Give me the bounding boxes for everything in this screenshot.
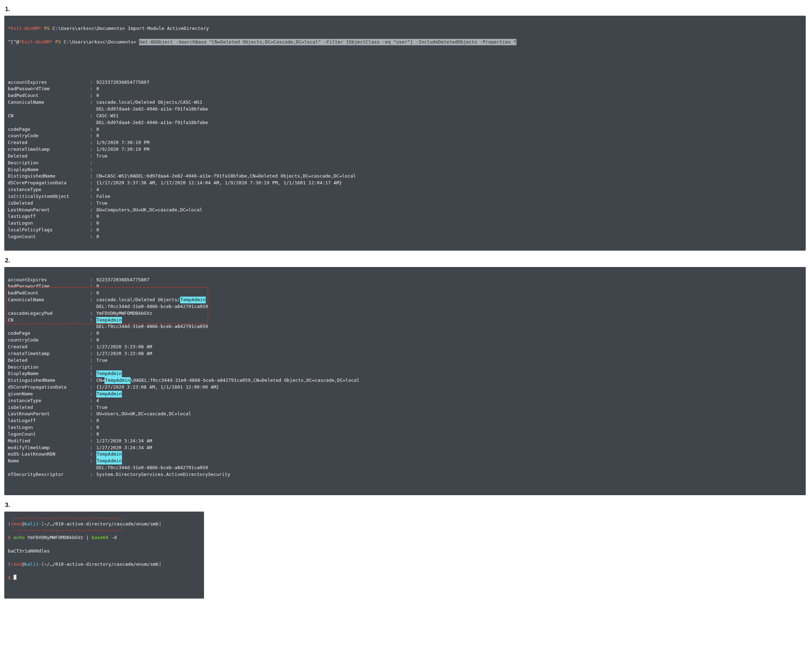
output-row: DisplayName:	[8, 167, 802, 173]
colon-sep: :	[90, 277, 96, 283]
output-row: logonCount: 0	[8, 431, 802, 438]
output-key: DistinguishedName	[8, 377, 90, 384]
highlighted-value: TempAdmin	[96, 458, 122, 465]
colon-sep: :	[90, 411, 96, 418]
output-value: 1/27/2020 3:24:34 AM	[96, 445, 152, 451]
output-key: DisplayName	[8, 167, 90, 173]
output-key: DistinguishedName	[8, 173, 90, 180]
colon-sep: :	[90, 350, 96, 357]
output-key: Description	[8, 160, 90, 167]
colon-sep: :	[90, 391, 96, 397]
output-key: instanceType	[8, 397, 90, 404]
colon-sep: :	[90, 207, 96, 214]
colon-sep: :	[90, 330, 96, 337]
output-value: CN=CASC-WS1\0ADEL:6d97daa4-2e82-4946-a11…	[96, 173, 356, 180]
terminal-panel-3: (root@kali)-[~/…/010-active-directory/ca…	[4, 512, 204, 599]
output-key: Name	[8, 458, 90, 465]
pipe-char: |	[86, 534, 92, 541]
output-key: CN	[8, 113, 90, 120]
colon-sep: :	[90, 79, 96, 86]
output-value: 1/27/2020 3:23:08 AM	[96, 350, 152, 357]
output-value: 0	[96, 424, 99, 431]
kali-prompt-line-2: (root@kali)-[~/…/010-active-directory/ca…	[8, 561, 201, 568]
output-value: {1/27/2020 3:23:08 AM, 1/1/1601 12:00:00…	[96, 384, 219, 391]
blank-line	[8, 52, 802, 59]
output-key: codePage	[8, 330, 90, 337]
command-text: Import-Module ActiveDirectory	[128, 25, 209, 32]
output-key: Description	[8, 364, 90, 371]
colon-sep: :	[90, 167, 96, 173]
colon-sep: :	[90, 99, 96, 106]
paren-close-bracket: )-[	[35, 521, 44, 528]
output-row: Deleted: True	[8, 357, 802, 364]
output-row: DEL:6d97daa4-2e82-4946-a11e-f91fa18bfabe	[8, 120, 802, 126]
colon-sep: :	[90, 126, 96, 133]
output-key: modifyTimeStamp	[8, 445, 90, 451]
output-value: 0	[96, 92, 99, 99]
colon-sep: :	[90, 424, 96, 431]
colon-sep: :	[90, 133, 96, 140]
ps-tag: PS	[41, 25, 52, 32]
highlighted-value: TempAdmin	[96, 317, 122, 324]
kali-prompt-line-1: (root@kali)-[~/…/010-active-directory/ca…	[8, 521, 201, 528]
output-row: Name: TempAdmin	[8, 458, 802, 465]
evil-winrm-tag: *Evil-WinRM*	[8, 25, 41, 32]
output-key: Modified	[8, 438, 90, 445]
output-key: createTimeStamp	[8, 350, 90, 357]
output-key: localPolicyFlags	[8, 227, 90, 234]
highlighted-value: TempAdmin	[105, 377, 130, 384]
output-value: 4	[96, 187, 99, 193]
output-key: badPasswordTime	[8, 283, 90, 290]
output-key: isDeleted	[8, 200, 90, 207]
output-row: CN: CASC-WS1	[8, 113, 802, 120]
output-row: dSCorePropagationData: {1/27/2020 3:23:0…	[8, 384, 802, 391]
output-key: countryCode	[8, 133, 90, 140]
kali-path: ~/…/010-active-directory/cascade/enum/sm…	[44, 561, 159, 568]
prompt-path: C:\Users\arksvc\Documents>	[64, 39, 139, 45]
output-row: badPwdCount: 0	[8, 92, 802, 99]
output-value: True	[96, 153, 107, 160]
output-value: System.DirectoryServices.ActiveDirectory…	[96, 471, 230, 478]
colon-sep: :	[90, 173, 96, 180]
output-key: codePage	[8, 126, 90, 133]
output-value-post: \0ADEL:f0cc344d-31e0-4866-bceb-a842791ca…	[130, 377, 359, 384]
decoded-output: baCT3r1aN00dles	[8, 548, 201, 555]
colon-sep: :	[90, 86, 96, 92]
output-row: codePage: 0	[8, 126, 802, 133]
cursor-icon	[14, 575, 17, 580]
output-key: Created	[8, 344, 90, 350]
evil-winrm-tag: *Evil-WinRM*	[19, 39, 52, 45]
output-row: lastLogoff: 0	[8, 213, 802, 220]
colon-sep: :	[90, 180, 96, 187]
output-row: CN: TempAdmin	[8, 317, 802, 324]
output-value: 0	[96, 213, 99, 220]
output-row: badPasswordTime: 0	[8, 283, 802, 290]
colon-sep: :	[90, 160, 96, 167]
output-row: logonCount: 0	[8, 234, 802, 240]
output-key: badPasswordTime	[8, 86, 90, 92]
output-continuation: DEL:6d97daa4-2e82-4946-a11e-f91fa18bfabe	[96, 106, 208, 113]
colon-sep: :	[90, 187, 96, 193]
output-row: DEL:f0cc344d-31e0-4866-bceb-a842791ca059	[8, 465, 802, 471]
output-key: CanonicalName	[8, 296, 90, 303]
kali-user: root	[11, 521, 22, 528]
output-key: createTimeStamp	[8, 146, 90, 153]
output-key: givenName	[8, 391, 90, 397]
decoded-text: baCT3r1aN00dles	[8, 548, 50, 555]
output-key: countryCode	[8, 337, 90, 344]
colon-sep: :	[90, 92, 96, 99]
colon-sep: :	[90, 384, 96, 391]
output-rows-panel-2: accountExpires: 9223372036854775807badPa…	[8, 277, 802, 478]
output-key: dSCorePropagationData	[8, 384, 90, 391]
output-row: cascadeLegacyPwd: YmFDVDNyMWFOMDBkbGVz	[8, 310, 802, 317]
terminal-panel-1: *Evil-WinRM* PS C:\Users\arksvc\Document…	[4, 16, 806, 251]
colon-sep: :	[90, 317, 96, 324]
colon-sep: :	[90, 310, 96, 317]
colon-sep: :	[90, 113, 96, 120]
highlighted-value: TempAdmin	[96, 371, 122, 377]
colon-sep: :	[90, 234, 96, 240]
output-key: accountExpires	[8, 79, 90, 86]
output-row: isDeleted: True	[8, 404, 802, 411]
output-key: badPwdCount	[8, 290, 90, 296]
output-key: dSCorePropagationData	[8, 180, 90, 187]
